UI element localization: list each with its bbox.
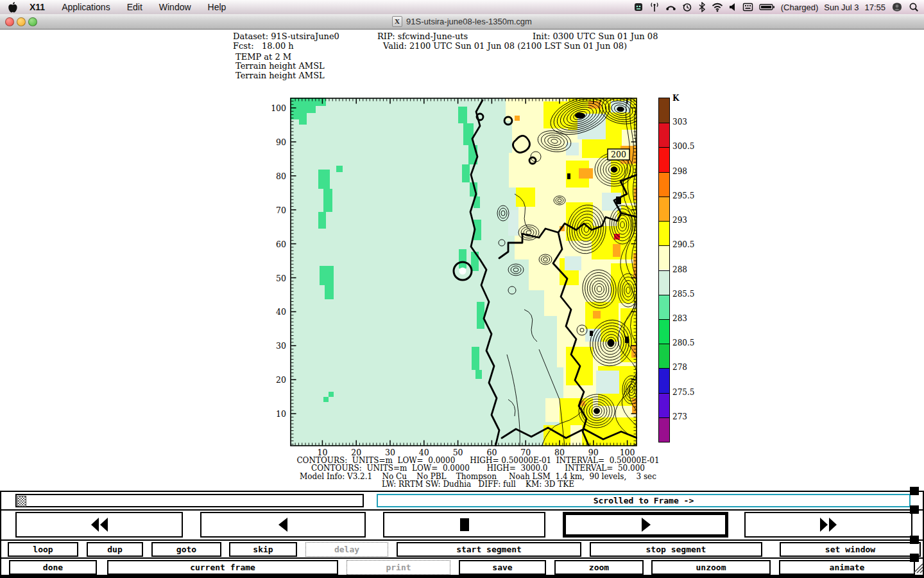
- skip-button[interactable]: skip: [229, 542, 297, 557]
- sash-handle-1[interactable]: [910, 487, 919, 495]
- loop-button[interactable]: loop: [8, 542, 78, 557]
- plot-footer: CONTOURS: UNITS=m LOW= 0.0000 HIGH= 0.50…: [257, 457, 699, 488]
- colorbar-segment: [659, 270, 669, 295]
- colorbar-segment: [659, 221, 669, 245]
- colorbar-tick-label: 288: [672, 265, 687, 274]
- menu-item-help[interactable]: Help: [208, 0, 227, 14]
- colorbar-tick-label: 300.5: [672, 142, 694, 151]
- save-button[interactable]: save: [459, 560, 546, 575]
- set-window-button[interactable]: set window: [780, 542, 921, 557]
- menu-item-applications[interactable]: Applications: [62, 0, 110, 14]
- colorbar-tick-label: 303: [672, 118, 687, 127]
- y-tick-label: 40: [264, 307, 286, 317]
- goto-button[interactable]: goto: [151, 542, 221, 557]
- sash-handle-3[interactable]: [910, 536, 919, 544]
- dup-button[interactable]: dup: [87, 542, 143, 557]
- step-back-icon: [276, 516, 290, 533]
- colorbar-tick-label: 278: [672, 363, 687, 372]
- stop-segment-button[interactable]: stop segment: [590, 542, 762, 557]
- menu-clock-time[interactable]: 17:55: [864, 3, 886, 12]
- apple-menu-icon[interactable]: [8, 2, 17, 13]
- svg-text:200: 200: [611, 150, 626, 159]
- colorbar: [658, 98, 670, 442]
- colorbar-segment: [659, 417, 669, 442]
- colorbar-segment: [659, 245, 669, 270]
- y-tick-label: 70: [264, 206, 286, 215]
- y-tick-label: 60: [264, 240, 286, 249]
- contour-value-label: 200: [608, 149, 629, 160]
- menu-item-x11[interactable]: X11: [30, 0, 45, 14]
- animate-button[interactable]: animate: [779, 560, 915, 575]
- y-tick-label: 20: [264, 375, 286, 385]
- header-rip: RIP: sfcwind-June-uts: [377, 31, 468, 41]
- step-back-button[interactable]: [200, 512, 366, 538]
- keyboard-viewer-icon[interactable]: [742, 2, 753, 12]
- menu-item-window[interactable]: Window: [159, 0, 191, 14]
- y-tick-label: 30: [264, 341, 286, 351]
- bottom-strip: [1, 575, 924, 578]
- header-fcst: Fcst: 18.00 h: [233, 41, 294, 51]
- window-title-bar: X 91S-utsira-june08-les-1350m.cgm: [0, 14, 924, 30]
- delay-button: delay: [305, 542, 388, 557]
- stop-button[interactable]: [383, 512, 545, 538]
- zoom-button[interactable]: zoom: [554, 560, 644, 575]
- colorbar-tick-label: 275.5: [672, 388, 694, 397]
- battery-icon[interactable]: [759, 2, 775, 12]
- screen: X11 Applications Edit Window Help: [0, 0, 924, 578]
- colorbar-tick-label: 285.5: [672, 290, 694, 299]
- bluetooth-icon[interactable]: [698, 2, 706, 12]
- colorbar-segment: [659, 197, 669, 221]
- header-valid: Valid: 2100 UTC Sun 01 Jun 08 (2100 LST …: [383, 41, 627, 51]
- spotlight-icon[interactable]: [909, 2, 919, 12]
- y-tick-label: 100: [264, 103, 286, 113]
- header-dataset: Dataset: 91S-utsiraJune0: [233, 31, 339, 41]
- colorbar-segment: [659, 368, 669, 392]
- rewind-icon: [90, 516, 109, 533]
- colorbar-segment: [659, 172, 669, 197]
- start-segment-button[interactable]: start segment: [397, 542, 581, 557]
- volume-icon[interactable]: [729, 2, 737, 12]
- unzoom-button[interactable]: unzoom: [651, 560, 771, 575]
- y-tick-label: 80: [264, 171, 286, 181]
- colorbar-tick-label: 283: [672, 314, 687, 323]
- header-field: TEMP at 2 M: [235, 52, 291, 62]
- antenna-icon[interactable]: [649, 2, 660, 12]
- fast-forward-button[interactable]: [744, 512, 912, 538]
- frame-scrollbar[interactable]: [15, 494, 364, 507]
- colorbar-tick-label: 293: [672, 216, 687, 225]
- time-machine-icon[interactable]: [682, 2, 692, 12]
- colorbar-segment: [659, 147, 669, 171]
- colorbar-units: K: [672, 94, 679, 103]
- wifi-icon[interactable]: [712, 2, 723, 12]
- menu-clock-date[interactable]: Sun Jul 3: [824, 3, 859, 12]
- colorbar-segment: [659, 295, 669, 319]
- colorbar-segment: [659, 393, 669, 417]
- user-switch-icon[interactable]: [891, 2, 903, 12]
- menu-status-area: (Charged) Sun Jul 3 17:55: [633, 0, 919, 14]
- model-info-2: LW: RRTM SW: Dudhia DIFF: full KM: 3D TK…: [257, 480, 699, 488]
- resize-grip[interactable]: [912, 561, 924, 574]
- rewind-button[interactable]: [15, 512, 183, 538]
- app-status-icon[interactable]: [633, 2, 644, 12]
- battery-status-label: (Charged): [781, 3, 819, 12]
- frame-status-label: Scrolled to Frame ->: [594, 496, 694, 505]
- stop-icon: [458, 516, 471, 533]
- current-frame-button[interactable]: current frame: [107, 560, 338, 575]
- phone-icon[interactable]: [665, 2, 676, 12]
- sash-handle-2[interactable]: [910, 505, 919, 514]
- y-tick-label: 50: [264, 274, 286, 283]
- play-icon: [638, 516, 653, 533]
- colorbar-tick-label: 280.5: [672, 338, 694, 347]
- fast-forward-icon: [819, 516, 838, 533]
- frame-scrollbar-thumb[interactable]: [17, 496, 26, 507]
- colorbar-tick-label: 295.5: [672, 191, 694, 200]
- contour-info-2: CONTOURS: UNITS=m LOW= 0.0000 HIGH= 3000…: [257, 464, 699, 472]
- colorbar-tick-label: 273: [672, 412, 687, 421]
- play-button[interactable]: [563, 512, 728, 538]
- header-init: Init: 0300 UTC Sun 01 Jun 08: [533, 31, 658, 41]
- print-button: print: [346, 560, 450, 575]
- menu-item-edit[interactable]: Edit: [127, 0, 142, 14]
- done-button[interactable]: done: [9, 560, 97, 575]
- y-tick-label: 90: [264, 137, 286, 147]
- colorbar-segment: [659, 123, 669, 147]
